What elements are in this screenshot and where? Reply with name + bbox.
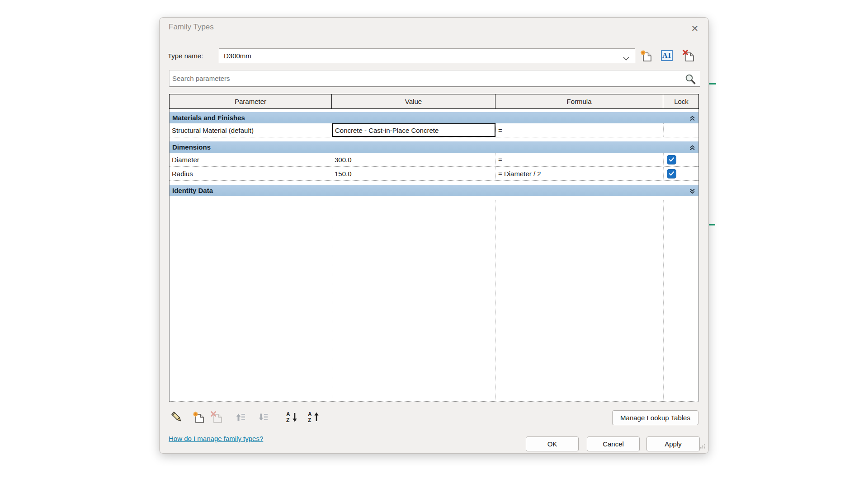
- column-divider: [663, 200, 664, 401]
- parameter-group: Identity Data: [170, 185, 698, 196]
- ok-button[interactable]: OK: [526, 436, 579, 451]
- parameter-lock-cell: [663, 153, 699, 166]
- column-header-formula[interactable]: Formula: [495, 94, 663, 108]
- parameter-name-cell[interactable]: Structural Material (default): [170, 123, 332, 137]
- group-header-label: Identity Data: [172, 187, 213, 194]
- sort-descending-icon[interactable]: A Z: [307, 410, 321, 424]
- parameters-table-body: Materials and FinishesStructural Materia…: [169, 109, 699, 402]
- revit-canvas: Family Types ✕ Type name: D300mm AI: [0, 0, 868, 488]
- parameter-row: Diameter300.0=: [170, 153, 698, 167]
- svg-text:Z: Z: [308, 417, 311, 423]
- help-link[interactable]: How do I manage family types?: [169, 435, 263, 442]
- parameter-value-cell[interactable]: Concrete - Cast-in-Place Concrete: [332, 123, 495, 137]
- value-edit-box[interactable]: Concrete - Cast-in-Place Concrete: [332, 123, 495, 137]
- new-type-icon[interactable]: [639, 49, 653, 62]
- search-bar: [169, 70, 700, 87]
- column-divider: [495, 200, 496, 401]
- parameter-formula-cell[interactable]: =: [495, 123, 663, 137]
- manage-lookup-tables-button[interactable]: Manage Lookup Tables: [612, 410, 698, 425]
- dialog-title: Family Types: [169, 23, 214, 32]
- family-types-dialog: Family Types ✕ Type name: D300mm AI: [159, 17, 709, 454]
- edit-parameter-icon[interactable]: [170, 410, 184, 424]
- parameters-table-header: Parameter Value Formula Lock: [169, 94, 699, 109]
- parameter-group: DimensionsDiameter300.0=Radius150.0= Dia…: [170, 141, 698, 181]
- group-header[interactable]: Identity Data: [170, 185, 698, 196]
- type-name-value: D300mm: [224, 52, 251, 60]
- lock-checkbox[interactable]: [667, 169, 676, 178]
- parameter-formula-cell[interactable]: = Diameter / 2: [495, 167, 663, 180]
- new-parameter-icon[interactable]: [191, 410, 206, 424]
- group-header-label: Materials and Finishes: [172, 114, 245, 122]
- rename-type-icon[interactable]: AI: [660, 49, 674, 62]
- parameter-name-cell[interactable]: Radius: [170, 167, 332, 180]
- parameter-lock-cell: [663, 167, 699, 180]
- parameter-value-cell[interactable]: 300.0: [332, 153, 495, 166]
- apply-button[interactable]: Apply: [646, 436, 700, 451]
- lock-checkbox[interactable]: [667, 155, 676, 164]
- type-name-label: Type name:: [168, 52, 203, 60]
- search-icon[interactable]: [684, 73, 696, 87]
- parameter-toolbar: A Z A Z: [170, 410, 359, 425]
- sort-ascending-icon[interactable]: A Z: [285, 410, 299, 424]
- parameter-group: Materials and FinishesStructural Materia…: [170, 112, 698, 137]
- search-input[interactable]: [172, 70, 679, 86]
- parameter-name-cell[interactable]: Diameter: [170, 153, 332, 166]
- cancel-button[interactable]: Cancel: [587, 436, 640, 451]
- collapse-chevron-icon[interactable]: [689, 115, 695, 123]
- parameter-value-cell[interactable]: 150.0: [332, 167, 495, 180]
- close-icon[interactable]: ✕: [689, 22, 701, 35]
- table-empty-area: [170, 200, 698, 401]
- parameter-row: Radius150.0= Diameter / 2: [170, 167, 698, 181]
- column-header-value[interactable]: Value: [332, 94, 495, 108]
- delete-type-icon[interactable]: [682, 49, 695, 62]
- column-header-lock[interactable]: Lock: [663, 94, 699, 108]
- collapse-chevron-icon[interactable]: [689, 144, 695, 152]
- svg-text:A: A: [308, 411, 312, 418]
- column-header-parameter[interactable]: Parameter: [170, 94, 332, 108]
- group-header-label: Dimensions: [172, 143, 211, 151]
- delete-parameter-icon[interactable]: [209, 410, 224, 424]
- resize-grip-icon[interactable]: [699, 443, 706, 451]
- expand-chevron-icon[interactable]: [689, 188, 695, 196]
- svg-text:Z: Z: [286, 417, 289, 423]
- group-header[interactable]: Dimensions: [170, 141, 698, 153]
- parameter-lock-cell: [663, 123, 699, 137]
- svg-text:A: A: [286, 411, 290, 418]
- column-divider: [332, 200, 332, 401]
- type-name-combobox[interactable]: D300mm: [219, 48, 635, 63]
- parameter-formula-cell[interactable]: =: [495, 153, 663, 166]
- move-parameter-down-icon[interactable]: [255, 410, 269, 424]
- chevron-down-icon[interactable]: [623, 54, 629, 62]
- parameter-row: Structural Material (default)Concrete - …: [170, 123, 698, 137]
- move-parameter-up-icon[interactable]: [232, 410, 246, 424]
- group-header[interactable]: Materials and Finishes: [170, 112, 698, 123]
